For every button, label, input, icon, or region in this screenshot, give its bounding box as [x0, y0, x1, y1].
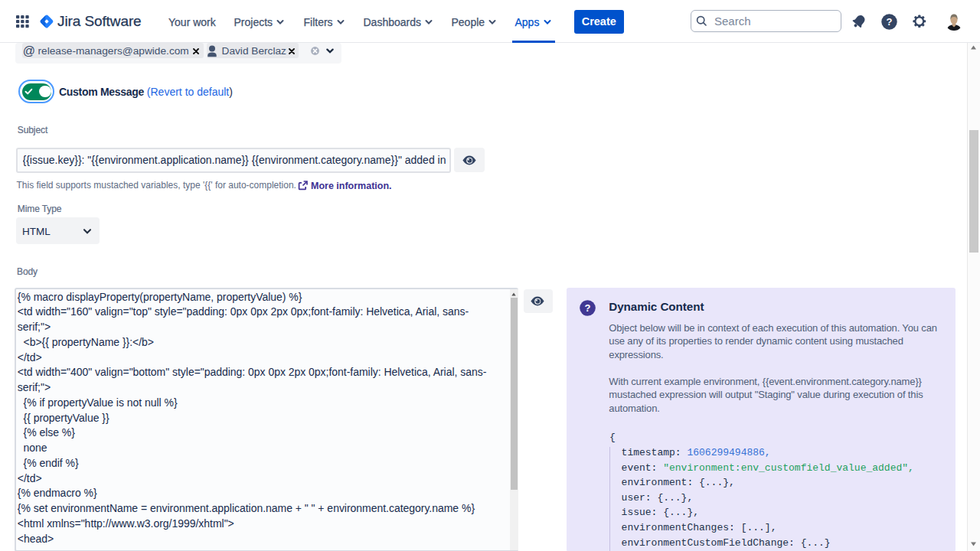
svg-text:?: ?	[887, 16, 893, 28]
svg-text:?: ?	[585, 302, 591, 314]
